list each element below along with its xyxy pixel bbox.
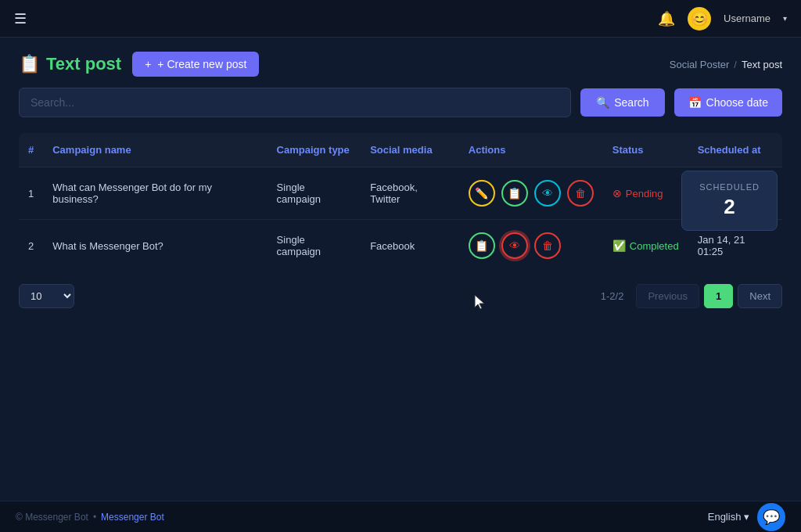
col-campaign-type: Campaign type <box>268 133 361 167</box>
avatar[interactable]: 😊 <box>688 7 711 31</box>
create-new-post-button[interactable]: + + Create new post <box>132 52 259 77</box>
row-1-actions: ✏️ 📋 👁 🗑 <box>459 167 603 220</box>
table-header-row: # Campaign name Campaign type Social med… <box>19 133 782 167</box>
campaigns-table: # Campaign name Campaign type Social med… <box>19 133 782 271</box>
language-selector[interactable]: English ▾ <box>708 511 749 523</box>
footer-left: © Messenger Bot • Messenger Bot <box>16 512 164 523</box>
page-title-icon: 📋 <box>19 54 40 74</box>
row-2-type: Single campaign <box>268 220 361 272</box>
per-page-select[interactable]: 10 25 50 <box>19 284 74 308</box>
footer-separator: • <box>93 512 96 523</box>
col-actions: Actions <box>459 133 603 167</box>
completed-icon: ✅ <box>612 239 626 252</box>
status-label: Completed <box>630 240 679 252</box>
row-2-name: What is Messenger Bot? <box>43 220 267 272</box>
row-1-social: Facebook, Twitter <box>361 167 459 220</box>
search-input[interactable] <box>19 88 571 117</box>
nav-left: ☰ <box>14 10 27 27</box>
user-dropdown-icon[interactable]: ▾ <box>783 14 787 23</box>
row-2-actions: 📋 👁 🗑 <box>459 220 603 272</box>
previous-page-button[interactable]: Previous <box>636 284 699 308</box>
search-button[interactable]: 🔍 Search <box>580 88 664 117</box>
copy-button-row-2[interactable]: 📋 <box>469 232 495 259</box>
bell-icon[interactable]: 🔔 <box>658 10 675 27</box>
breadcrumb-current: Text post <box>742 59 782 70</box>
col-scheduled-at: Scheduled at <box>688 133 782 167</box>
hamburger-icon[interactable]: ☰ <box>14 10 27 27</box>
choose-date-button[interactable]: 📅 Choose date <box>674 88 782 117</box>
messenger-fab[interactable]: 💬 <box>757 503 785 531</box>
delete-button-row-2[interactable]: 🗑 <box>534 232 561 259</box>
scheduled-card: Scheduled 2 <box>681 171 778 231</box>
table-row: 1 What can Messenger Bot do for my busin… <box>19 167 782 220</box>
username-label: Username <box>724 13 770 24</box>
top-navigation: ☰ 🔔 😊 Username ▾ <box>0 0 801 38</box>
pending-icon: ⊗ <box>612 187 622 200</box>
row-2-status: ✅ Completed <box>603 220 688 272</box>
breadcrumb-parent-link[interactable]: Social Poster <box>670 59 730 70</box>
copy-button-row-1[interactable]: 📋 <box>501 180 528 207</box>
page-1-button[interactable]: 1 <box>704 284 733 308</box>
row-1-id: 1 <box>19 167 43 220</box>
status-label: Pending <box>626 188 663 200</box>
messenger-icon: 💬 <box>763 509 780 526</box>
pagination-info: 1-2/2 <box>601 290 624 302</box>
copyright-text: © Messenger Bot <box>16 512 88 523</box>
view-button-row-1[interactable]: 👁 <box>534 180 561 207</box>
calendar-icon: 📅 <box>688 96 702 109</box>
nav-right: 🔔 😊 Username ▾ <box>658 7 787 31</box>
footer-right: English ▾ 💬 <box>708 503 785 531</box>
page-title: 📋 Text post <box>19 54 121 74</box>
row-1-status: ⊗ Pending <box>603 167 688 220</box>
breadcrumb: Social Poster / Text post <box>670 59 782 70</box>
col-id: # <box>19 133 43 167</box>
page-header-left: 📋 Text post + + Create new post <box>19 52 259 77</box>
footer: © Messenger Bot • Messenger Bot English … <box>0 501 801 532</box>
delete-button-row-1[interactable]: 🗑 <box>567 180 594 207</box>
table-row: 2 What is Messenger Bot? Single campaign… <box>19 220 782 272</box>
search-icon: 🔍 <box>596 96 609 109</box>
pagination-row: 10 25 50 1-2/2 Previous 1 Next <box>19 271 782 308</box>
breadcrumb-separator: / <box>734 59 737 70</box>
col-campaign-name: Campaign name <box>43 133 267 167</box>
row-2-social: Facebook <box>361 220 459 272</box>
col-social-media: Social media <box>361 133 459 167</box>
row-1-name: What can Messenger Bot do for my busines… <box>43 167 267 220</box>
scheduled-card-value: 2 <box>699 195 760 219</box>
col-status: Status <box>603 133 688 167</box>
campaigns-table-container: # Campaign name Campaign type Social med… <box>19 133 782 271</box>
page-header: 📋 Text post + + Create new post Social P… <box>0 38 801 88</box>
footer-link[interactable]: Messenger Bot <box>101 512 164 523</box>
next-page-button[interactable]: Next <box>738 284 782 308</box>
edit-button-row-1[interactable]: ✏️ <box>469 180 495 207</box>
scheduled-card-label: Scheduled <box>699 182 760 192</box>
row-2-id: 2 <box>19 220 43 272</box>
pagination-buttons: Previous 1 Next <box>636 284 782 308</box>
search-row: 🔍 Search 📅 Choose date <box>19 88 782 117</box>
search-input-wrap <box>19 88 571 117</box>
row-1-type: Single campaign <box>268 167 361 220</box>
create-plus-icon: + <box>145 58 151 70</box>
view-button-row-2[interactable]: 👁 <box>501 232 528 259</box>
